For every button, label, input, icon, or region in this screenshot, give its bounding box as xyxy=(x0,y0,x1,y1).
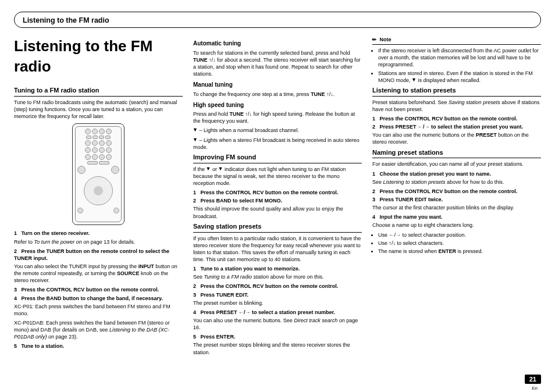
column-1: Listening to the FM radio Tuning to a FM… xyxy=(14,36,183,358)
improve-h: Improving FM sound xyxy=(193,153,362,163)
listen-ab: PRESET xyxy=(476,132,497,138)
save-s4-aa: You can also use the numeric buttons. Se… xyxy=(193,318,294,323)
tuning-steps: 1 Turn on the stereo receiver. xyxy=(14,230,183,237)
note-bullets: If the stereo receiver is left disconnec… xyxy=(372,47,541,84)
s2a: You can also select the TUNER input by p… xyxy=(14,263,138,269)
subhead-tuning: Tuning to a FM radio station xyxy=(14,86,183,97)
step4: Press the BAND button to change the band… xyxy=(22,295,163,301)
save-s3-after: The preset number is blinking. xyxy=(193,300,362,307)
manual-h: Manual tuning xyxy=(193,81,362,89)
page-lang: En xyxy=(532,386,538,391)
auto-b: TUNE xyxy=(193,57,209,63)
save-after: The preset number stops blinking and the… xyxy=(193,341,362,355)
nb1b: to select character position. xyxy=(401,232,466,238)
column-2: Automatic tuning To search for stations … xyxy=(193,36,362,358)
page-number-badge: 21 xyxy=(525,375,541,384)
column-3: ✎ Note If the stereo receiver is left di… xyxy=(372,36,541,358)
nb3c: is pressed. xyxy=(456,248,483,254)
improve-s1: Press the CONTROL RCV button on the remo… xyxy=(201,190,339,195)
body-columns: Listening to the FM radio Tuning to a FM… xyxy=(14,36,541,358)
listen-aa: You can also use the numeric buttons or … xyxy=(372,132,476,138)
listen-s2a: Press PRESET xyxy=(380,124,418,130)
save-s4-ai: Direct track search xyxy=(294,318,337,323)
manual-b: TUNE xyxy=(311,91,326,97)
save-s4b: to select a station preset number. xyxy=(251,309,336,315)
s4a: XC-P01: Each press switches the band bet… xyxy=(14,303,183,317)
arrow-up-icon xyxy=(389,240,392,246)
name-s4-after: Choose a name up to eight characters lon… xyxy=(372,222,541,229)
s1-after-a: Refer to xyxy=(14,239,34,245)
auto-tuning-h: Automatic tuning xyxy=(193,40,362,48)
auto-c: for about a second. The stereo receiver … xyxy=(193,57,360,77)
nb3b: ENTER xyxy=(439,248,457,254)
step3: Press the CONTROL RCV button on the remo… xyxy=(22,287,159,293)
mono-indicator-icon xyxy=(207,166,211,171)
name-s4: Input the name you want. xyxy=(380,214,443,220)
name-s3-after: The cursor at the first character positi… xyxy=(372,204,541,211)
hs-a: Press and hold xyxy=(193,111,230,117)
name-s3: Press TUNER EDIT twice. xyxy=(380,197,443,202)
step1: Turn on the stereo receiver. xyxy=(22,230,90,236)
running-header: Listening to the FM radio xyxy=(14,12,541,28)
listen-ia: Preset stations beforehand. See xyxy=(372,99,449,105)
listen-s1: Press the CONTROL RCV button on the remo… xyxy=(380,116,518,122)
ind-b: – Lights when a stereo FM broadcast is b… xyxy=(193,137,360,150)
running-title: Listening to the FM radio xyxy=(23,16,109,24)
arrow-down-icon xyxy=(330,91,333,97)
arrow-right-icon xyxy=(246,309,251,315)
name-s2: Press the CONTROL RCV button on the remo… xyxy=(380,188,518,194)
arrow-left-icon xyxy=(418,124,423,130)
save-s4a: Press PRESET xyxy=(201,309,239,315)
listen-s2b: to select the station preset you want. xyxy=(430,124,524,130)
page-title: Listening to the FM radio xyxy=(14,36,183,77)
stereo-indicator-icon xyxy=(219,166,223,171)
stereo-indicator-icon xyxy=(193,137,198,142)
save-s1: Tune to a station you want to memorize. xyxy=(201,266,300,272)
save-h: Saving station presets xyxy=(193,222,362,233)
listen-h: Listening to station presets xyxy=(372,86,541,97)
manual-a: To change the frequency one step at a ti… xyxy=(193,91,311,97)
s2b: INPUT xyxy=(138,263,154,269)
save-s3: Press TUNER EDIT. xyxy=(201,292,249,298)
pencil-icon: ✎ xyxy=(371,35,379,44)
name-s1b: above for how to do this. xyxy=(446,179,504,185)
name-s1i: Listening to station presets xyxy=(383,179,446,185)
s4b3: on page 23). xyxy=(47,334,78,340)
nb1a: Use xyxy=(378,232,389,238)
stereo-indicator-icon xyxy=(412,77,417,82)
remote-control-image xyxy=(72,123,124,225)
save-intro: If you often listen to a particular radi… xyxy=(193,235,362,263)
save-s1a: See xyxy=(193,274,204,280)
mono-indicator-icon xyxy=(193,127,198,132)
improve-after: This should improve the sound quality an… xyxy=(193,205,362,219)
arrow-up-icon xyxy=(209,57,212,63)
arrow-left-icon xyxy=(389,232,394,238)
nb2b: to select characters. xyxy=(396,240,444,246)
save-s1i: Tuning to a FM radio station xyxy=(204,274,269,280)
note-b1: If the stereo receiver is left disconnec… xyxy=(378,47,541,68)
name-s1: Choose the station preset you want to na… xyxy=(380,171,492,177)
note-b2b: is displayed when recalled. xyxy=(417,77,481,83)
name-intro: For easier identification, you can name … xyxy=(372,161,541,168)
arrow-up-icon xyxy=(326,91,329,97)
s2d: SOURCE xyxy=(117,270,140,276)
nb2a: Use xyxy=(378,240,389,246)
s1-after-b: on page 13 for details. xyxy=(82,239,136,245)
note-label-text: Note xyxy=(380,37,392,42)
name-s1a: See xyxy=(372,179,383,185)
step5: Tune to a station. xyxy=(22,343,65,349)
arrow-right-icon xyxy=(425,124,430,130)
ind-a: – Lights when a normal broadcast channel… xyxy=(198,127,299,133)
save-s5: Press ENTER. xyxy=(201,334,236,340)
arrow-left-icon xyxy=(239,309,244,315)
step2: Press the TUNER button on the remote con… xyxy=(14,248,169,261)
listen-ii: Saving station presets xyxy=(449,99,500,105)
note-heading: ✎ Note xyxy=(372,36,541,45)
arrow-up-icon xyxy=(246,111,248,117)
save-s2: Press the CONTROL RCV button on the remo… xyxy=(201,283,339,289)
improve-s2: Press BAND to select FM MONO. xyxy=(201,198,283,204)
arrow-right-icon xyxy=(396,232,401,238)
auto-a: To search for stations in the currently … xyxy=(193,50,350,56)
save-s1b: above for more on this. xyxy=(269,274,324,280)
name-h: Naming preset stations xyxy=(372,148,541,159)
